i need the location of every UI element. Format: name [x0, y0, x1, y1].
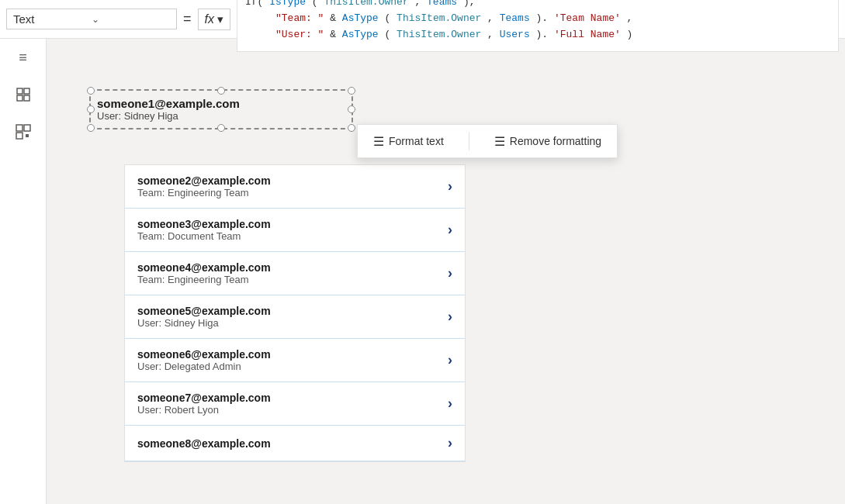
- list-item-text: someone7@example.comUser: Robert Lyon: [137, 392, 448, 416]
- text-type-dropdown[interactable]: Text ⌄: [6, 9, 177, 29]
- selected-sub: User: Sidney Higa: [97, 110, 345, 122]
- remove-formatting-button[interactable]: ☰ Remove formatting: [488, 131, 608, 152]
- list-item[interactable]: someone2@example.comTeam: Engineering Te…: [125, 165, 465, 209]
- svg-rect-1: [24, 88, 29, 94]
- svg-rect-3: [24, 95, 29, 101]
- format-popup-divider: [469, 132, 469, 150]
- list-item-email: someone2@example.com: [137, 174, 448, 187]
- list-item-sub: User: Robert Lyon: [137, 404, 448, 416]
- format-text-icon: ☰: [373, 134, 384, 149]
- sidebar: ≡: [0, 39, 47, 504]
- sidebar-menu-icon[interactable]: ≡: [11, 45, 36, 70]
- list-item[interactable]: someone8@example.com›: [125, 426, 465, 461]
- main-area: ≡: [0, 39, 845, 504]
- remove-formatting-label: Remove formatting: [510, 135, 601, 147]
- svg-rect-6: [16, 133, 23, 139]
- handle-tr[interactable]: [348, 87, 355, 95]
- list-item-chevron-icon: ›: [448, 395, 452, 412]
- list-item-email: someone4@example.com: [137, 261, 448, 274]
- list-item-email: someone5@example.com: [137, 305, 448, 317]
- list-item-chevron-icon: ›: [448, 222, 452, 238]
- fx-icon: fx: [205, 12, 214, 26]
- list-item-text: someone8@example.com: [137, 437, 448, 450]
- format-popup: ☰ Format text ☰ Remove formatting: [357, 124, 618, 158]
- handle-ml[interactable]: [87, 105, 95, 113]
- list-item-email: someone8@example.com: [137, 437, 448, 450]
- list-item-chevron-icon: ›: [448, 352, 452, 368]
- handle-tl[interactable]: [87, 87, 95, 95]
- list-item-sub: User: Sidney Higa: [137, 317, 448, 329]
- formula-line-3: "User: " & AsType ( ThisItem.Owner , Use…: [245, 27, 830, 43]
- list-item[interactable]: someone4@example.comTeam: Engineering Te…: [125, 252, 465, 295]
- list-item[interactable]: someone5@example.comUser: Sidney Higa›: [125, 295, 465, 339]
- fx-arrow-icon: ▾: [217, 12, 223, 26]
- sidebar-layers-icon[interactable]: [11, 82, 36, 107]
- list-item-email: someone7@example.com: [137, 392, 448, 404]
- list-item-sub: Team: Document Team: [137, 230, 448, 242]
- list-item-chevron-icon: ›: [448, 265, 452, 281]
- list-item-chevron-icon: ›: [448, 309, 452, 325]
- text-type-label: Text: [13, 12, 92, 26]
- list-item-text: someone6@example.comUser: Delegated Admi…: [137, 348, 448, 372]
- handle-bm[interactable]: [217, 124, 225, 132]
- list-item[interactable]: someone7@example.comUser: Robert Lyon›: [125, 382, 465, 426]
- svg-rect-0: [17, 88, 23, 94]
- handle-tm[interactable]: [217, 87, 225, 95]
- formula-line-1: If( IsType ( ThisItem.Owner , Teams ),: [245, 0, 830, 11]
- handle-bl[interactable]: [87, 124, 95, 132]
- list-item-email: someone6@example.com: [137, 348, 448, 361]
- list-item[interactable]: someone3@example.comTeam: Document Team›: [125, 209, 465, 252]
- toolbar: Text ⌄ = fx ▾ If( IsType ( ThisItem.Owne…: [0, 0, 845, 39]
- formula-content: If( IsType ( ThisItem.Owner , Teams ), "…: [245, 0, 830, 47]
- dropdown-arrow-icon: ⌄: [92, 14, 170, 25]
- svg-rect-7: [26, 134, 29, 137]
- list-item-text: someone2@example.comTeam: Engineering Te…: [137, 174, 448, 198]
- list-item-email: someone3@example.com: [137, 218, 448, 230]
- svg-rect-5: [24, 125, 30, 131]
- selected-text-control[interactable]: someone1@example.com User: Sidney Higa: [89, 89, 353, 129]
- list-item-sub: User: Delegated Admin: [137, 361, 448, 372]
- list-item-chevron-icon: ›: [448, 178, 452, 195]
- formula-bar[interactable]: If( IsType ( ThisItem.Owner , Teams ), "…: [237, 0, 839, 52]
- format-text-button[interactable]: ☰ Format text: [367, 131, 450, 152]
- list-item-chevron-icon: ›: [448, 435, 452, 451]
- equals-symbol: =: [183, 11, 192, 27]
- svg-rect-2: [17, 95, 23, 101]
- list-item-sub: Team: Engineering Team: [137, 187, 448, 198]
- canvas-area: someone1@example.com User: Sidney Higa ☰…: [47, 39, 798, 504]
- remove-formatting-icon: ☰: [494, 134, 505, 149]
- fx-button[interactable]: fx ▾: [198, 9, 230, 30]
- list-item-text: someone3@example.comTeam: Document Team: [137, 218, 448, 242]
- handle-mr[interactable]: [348, 105, 355, 113]
- data-list: someone2@example.comTeam: Engineering Te…: [124, 164, 466, 462]
- list-item-sub: Team: Engineering Team: [137, 274, 448, 285]
- sidebar-components-icon[interactable]: [11, 119, 36, 144]
- right-panel: [798, 39, 845, 504]
- selected-email: someone1@example.com: [97, 97, 345, 110]
- list-item[interactable]: someone6@example.comUser: Delegated Admi…: [125, 339, 465, 382]
- list-item-text: someone4@example.comTeam: Engineering Te…: [137, 261, 448, 285]
- list-item-text: someone5@example.comUser: Sidney Higa: [137, 305, 448, 329]
- format-text-label: Format text: [389, 135, 444, 147]
- handle-br[interactable]: [348, 124, 355, 132]
- formula-line-2: "Team: " & AsType ( ThisItem.Owner , Tea…: [245, 11, 830, 27]
- svg-rect-4: [16, 125, 23, 131]
